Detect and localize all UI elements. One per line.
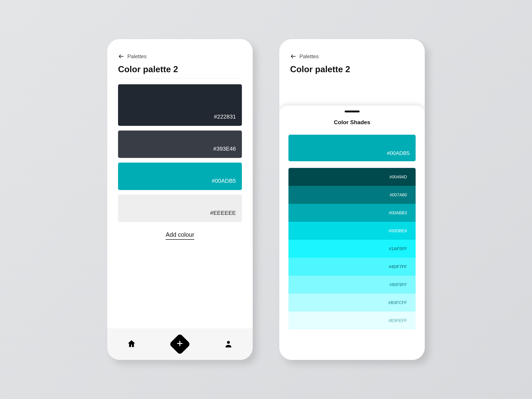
home-icon[interactable] — [127, 339, 136, 349]
shade-list: #00494D#007A80#00ABB3#00DBE6#1AF5FF#4DF7… — [288, 168, 416, 329]
color-card[interactable]: #00ADB5 — [118, 163, 242, 190]
color-hex-label: #00ADB5 — [212, 177, 236, 184]
shade-row[interactable]: #1AF5FF — [288, 240, 416, 258]
shade-row[interactable]: #80F9FF — [288, 276, 416, 294]
phone-right-frame: Palettes Color palette 2 Color Shades #0… — [279, 39, 425, 360]
color-card[interactable]: #393E46 — [118, 131, 242, 158]
shade-hex-label: #007A80 — [390, 192, 407, 197]
sheet-title: Color Shades — [288, 119, 416, 126]
plus-icon — [176, 339, 184, 350]
color-card[interactable]: #EEEEEE — [118, 195, 242, 222]
shade-row[interactable]: #E5FEFF — [288, 311, 416, 329]
shade-row[interactable]: #B3FCFF — [288, 294, 416, 311]
shade-row[interactable]: #007A80 — [288, 186, 416, 204]
add-button[interactable] — [169, 333, 191, 355]
color-list: #222831#393E46#00ADB5#EEEEEE — [107, 78, 253, 222]
shade-hex-label: #00494D — [389, 174, 407, 180]
breadcrumb: Palettes — [279, 39, 425, 59]
back-arrow-icon[interactable] — [118, 53, 124, 59]
shade-row[interactable]: #00ABB3 — [288, 204, 416, 222]
shade-hex-label: #00ABB3 — [389, 210, 407, 215]
shade-hex-label: #00DBE6 — [388, 228, 407, 234]
svg-point-3 — [227, 341, 230, 344]
shade-hex-label: #1AF5FF — [389, 246, 407, 251]
shade-hex-label: #B3FCFF — [388, 300, 407, 305]
primary-shade-hex: #00ADB5 — [387, 150, 410, 156]
drag-handle[interactable] — [345, 111, 360, 112]
breadcrumb: Palettes — [107, 39, 253, 59]
page-title: Color palette 2 — [107, 59, 253, 78]
color-shades-sheet: Color Shades #00ADB5 #00494D#007A80#00AB… — [279, 106, 425, 360]
back-label[interactable]: Palettes — [299, 53, 319, 59]
color-hex-label: #222831 — [214, 113, 236, 120]
shade-hex-label: #4DF7FF — [389, 264, 407, 269]
shade-hex-label: #80F9FF — [390, 282, 407, 287]
shade-row[interactable]: #00DBE6 — [288, 222, 416, 240]
color-card[interactable]: #222831 — [118, 84, 242, 126]
back-arrow-icon[interactable] — [290, 53, 296, 59]
color-hex-label: #393E46 — [213, 146, 236, 152]
page-title: Color palette 2 — [279, 59, 425, 78]
shade-row[interactable]: #00494D — [288, 168, 416, 186]
primary-shade[interactable]: #00ADB5 — [288, 135, 416, 161]
profile-icon[interactable] — [224, 340, 233, 349]
add-colour-button[interactable]: Add colour — [165, 231, 194, 240]
phone-left-frame: Palettes Color palette 2 #222831#393E46#… — [107, 39, 253, 360]
bottom-tabbar — [107, 328, 253, 360]
shade-hex-label: #E5FEFF — [388, 318, 407, 323]
back-label[interactable]: Palettes — [127, 53, 147, 59]
shade-row[interactable]: #4DF7FF — [288, 258, 416, 276]
color-hex-label: #EEEEEE — [210, 210, 236, 216]
